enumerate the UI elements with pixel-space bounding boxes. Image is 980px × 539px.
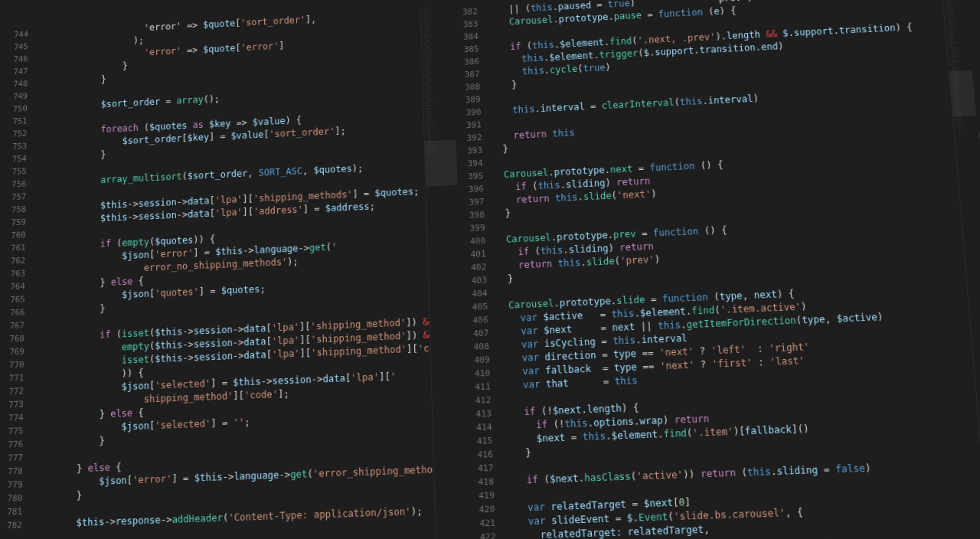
minimap-content: xxxxxxxxxx xxx xx xxxxx xxxx xxx xxxxxxx… — [422, 7, 455, 156]
code-area-left[interactable]: 'error' => $quote['sort_order'], ); 'err… — [28, 8, 435, 539]
code-area-right[interactable]: || (this.paused = true) prev', this.$ite… — [483, 0, 980, 539]
editor-pane-left: 744 745 746 747 748 749 750 751 752 753 … — [0, 6, 469, 539]
editor-pane-right: 382 383 384 385 386 387 388 389 390 391 … — [452, 0, 980, 539]
minimap-viewport-indicator[interactable] — [424, 140, 457, 187]
